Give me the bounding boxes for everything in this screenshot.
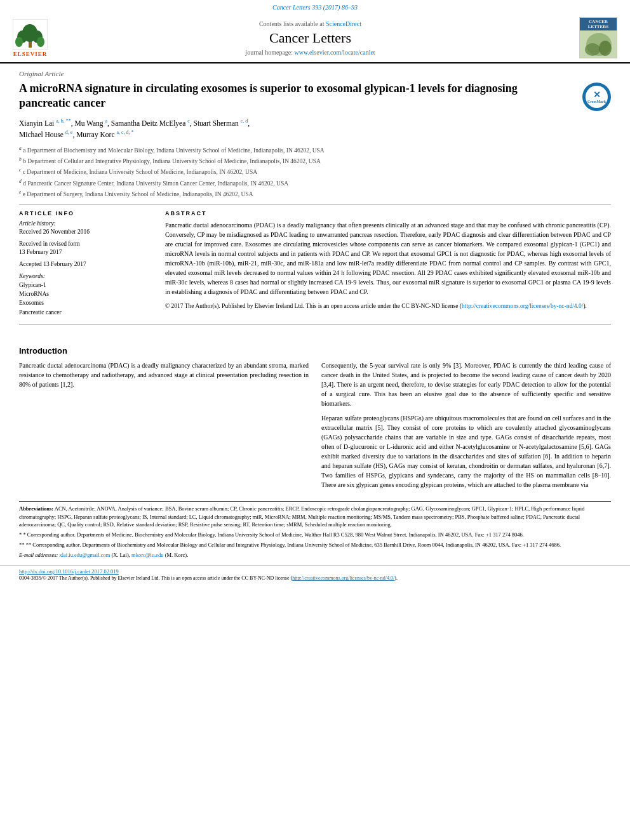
intro-right-text-2: Heparan sulfate proteoglycans (HSPGs) ar… bbox=[321, 413, 611, 490]
footnotes: Abbreviations: ACN, Acetonitrile; ANOVA,… bbox=[19, 501, 611, 559]
svg-point-5 bbox=[15, 37, 23, 47]
email-mkorc[interactable]: mkorc@iu.edu bbox=[131, 552, 164, 558]
logo-top-bar: CANCER LETTERS bbox=[580, 18, 617, 30]
keyword-1: Glypican-1 bbox=[19, 281, 152, 290]
svg-point-6 bbox=[37, 37, 44, 47]
journal-logo-right: CANCER LETTERS bbox=[573, 17, 617, 58]
journal-title: Cancer Letters bbox=[48, 30, 573, 46]
article-info-heading: ARTICLE INFO bbox=[19, 210, 152, 217]
title-section: ✕ CrossMark A microRNA signature in circ… bbox=[19, 81, 611, 111]
revised-text: Received in revised form13 February 2017 bbox=[19, 240, 152, 257]
homepage-link[interactable]: www.elsevier.com/locate/canlet bbox=[295, 49, 375, 56]
crossmark-label: CrossMark bbox=[587, 100, 606, 103]
affil-b: b b Department of Cellular and Integrati… bbox=[19, 156, 611, 166]
doi-link[interactable]: http://dx.doi.org/10.1016/j.canlet.2017.… bbox=[19, 568, 119, 575]
intro-left-col: Pancreatic ductal adenocarcinoma (PDAC) … bbox=[19, 361, 309, 495]
crossmark-x-icon: ✕ bbox=[593, 91, 601, 100]
article-title: A microRNA signature in circulating exos… bbox=[19, 81, 553, 111]
page: Cancer Letters 393 (2017) 86–93 ELSEVIER bbox=[0, 0, 630, 840]
affiliations: a a Department of Biochemistry and Molec… bbox=[19, 145, 611, 199]
intro-columns: Pancreatic ductal adenocarcinoma (PDAC) … bbox=[19, 361, 611, 495]
logo-svg bbox=[580, 30, 617, 58]
article-info-col: ARTICLE INFO Article history: Received 2… bbox=[19, 210, 152, 317]
divider-2 bbox=[19, 324, 611, 325]
affil-d: d d Pancreatic Cancer Signature Center, … bbox=[19, 178, 611, 188]
bottom-bar: http://dx.doi.org/10.1016/j.canlet.2017.… bbox=[0, 565, 630, 585]
footnote-double-star: ** ** Corresponding author. Departments … bbox=[19, 541, 611, 549]
logo-title: CANCER LETTERS bbox=[580, 19, 617, 29]
journal-center-header: Contents lists available at ScienceDirec… bbox=[48, 20, 573, 56]
article-content: Original Article ✕ CrossMark A microRNA … bbox=[0, 63, 630, 337]
bottom-copyright-line: 0304-3835/© 2017 The Author(s). Publishe… bbox=[19, 575, 611, 582]
bottom-cc-link[interactable]: http://creativecommons.org/licenses/by-n… bbox=[292, 575, 394, 581]
footnote-email: E-mail addresses: xlai.iu.edu@gmail.com … bbox=[19, 551, 611, 559]
crossmark-badge[interactable]: ✕ CrossMark bbox=[582, 83, 611, 111]
homepage-line: journal homepage: www.elsevier.com/locat… bbox=[48, 49, 573, 56]
intro-left-text: Pancreatic ductal adenocarcinoma (PDAC) … bbox=[19, 361, 309, 389]
keyword-2: MicroRNAs bbox=[19, 290, 152, 298]
abbrev-label: Abbreviations: bbox=[19, 505, 53, 512]
email-label: E-mail addresses: bbox=[19, 552, 58, 558]
keywords-label: Keywords: bbox=[19, 273, 152, 279]
svg-point-11 bbox=[599, 41, 612, 56]
footnote-abbreviations: Abbreviations: ACN, Acetonitrile; ANOVA,… bbox=[19, 505, 611, 529]
abstract-col: ABSTRACT Pancreatic ductal adenocarcinom… bbox=[165, 210, 611, 317]
authors-line: Xianyin Lai a, b, **, Mu Wang a, Samanth… bbox=[19, 117, 611, 141]
keyword-3: Exosomes bbox=[19, 298, 152, 307]
doi-link-line: http://dx.doi.org/10.1016/j.canlet.2017.… bbox=[19, 568, 611, 575]
journal-reference-bar: Cancer Letters 393 (2017) 86–93 bbox=[0, 0, 630, 12]
crossmark-circle: ✕ CrossMark bbox=[582, 83, 611, 111]
article-info-abstract: ARTICLE INFO Article history: Received 2… bbox=[19, 210, 611, 317]
keyword-4: Pancreatic cancer bbox=[19, 308, 152, 317]
received-text: Received 26 November 2016 bbox=[19, 228, 152, 236]
intro-right-text-1: Consequently, the 5-year survival rate i… bbox=[321, 361, 611, 408]
journal-header: ELSEVIER Contents lists available at Sci… bbox=[0, 12, 630, 63]
introduction-section: Introduction Pancreatic ductal adenocarc… bbox=[0, 346, 630, 495]
accepted-text: Accepted 13 February 2017 bbox=[19, 260, 152, 269]
divider-1 bbox=[19, 204, 611, 205]
sciencedirect-line: Contents lists available at ScienceDirec… bbox=[48, 20, 573, 27]
cancer-letters-logo: CANCER LETTERS bbox=[579, 17, 617, 58]
abstract-text: Pancreatic ductal adenocarcinoma (PDAC) … bbox=[165, 220, 611, 297]
sciencedirect-link[interactable]: ScienceDirect bbox=[326, 20, 361, 27]
abbrev-text: ACN, Acetonitrile; ANOVA, Analysis of va… bbox=[19, 505, 584, 528]
introduction-heading: Introduction bbox=[19, 346, 611, 356]
svg-point-10 bbox=[585, 43, 600, 56]
logo-image-area bbox=[580, 30, 617, 58]
copyright-text: © 2017 The Author(s). Published by Elsev… bbox=[165, 302, 611, 310]
elsevier-label: ELSEVIER bbox=[13, 51, 48, 57]
elsevier-tree-icon bbox=[13, 19, 48, 50]
journal-reference: Cancer Letters 393 (2017) 86–93 bbox=[272, 4, 358, 11]
cc-license-link[interactable]: http://creativecommons.org/licenses/by-n… bbox=[462, 303, 583, 309]
history-label: Article history: bbox=[19, 220, 152, 227]
elsevier-logo: ELSEVIER bbox=[13, 19, 48, 57]
affil-a: a a Department of Biochemistry and Molec… bbox=[19, 145, 611, 155]
email-xlai[interactable]: xlai.iu.edu@gmail.com bbox=[59, 552, 110, 558]
article-type: Original Article bbox=[19, 70, 611, 77]
abstract-heading: ABSTRACT bbox=[165, 210, 611, 217]
footnote-single-star: * * Corresponding author. Departments of… bbox=[19, 531, 611, 539]
affil-e: e e Department of Surgery, Indiana Unive… bbox=[19, 189, 611, 199]
intro-right-col: Consequently, the 5-year survival rate i… bbox=[321, 361, 611, 495]
crossmark-inner: ✕ CrossMark bbox=[586, 86, 608, 108]
affil-c: c c Department of Medicine, Indiana Univ… bbox=[19, 166, 611, 177]
